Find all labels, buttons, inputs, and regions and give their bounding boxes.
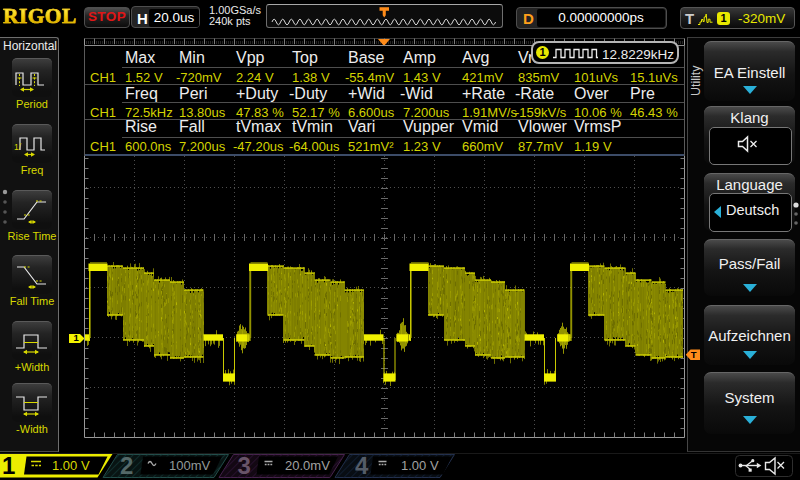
svg-text:T: T — [691, 349, 697, 360]
svg-text:1: 1 — [74, 332, 80, 343]
